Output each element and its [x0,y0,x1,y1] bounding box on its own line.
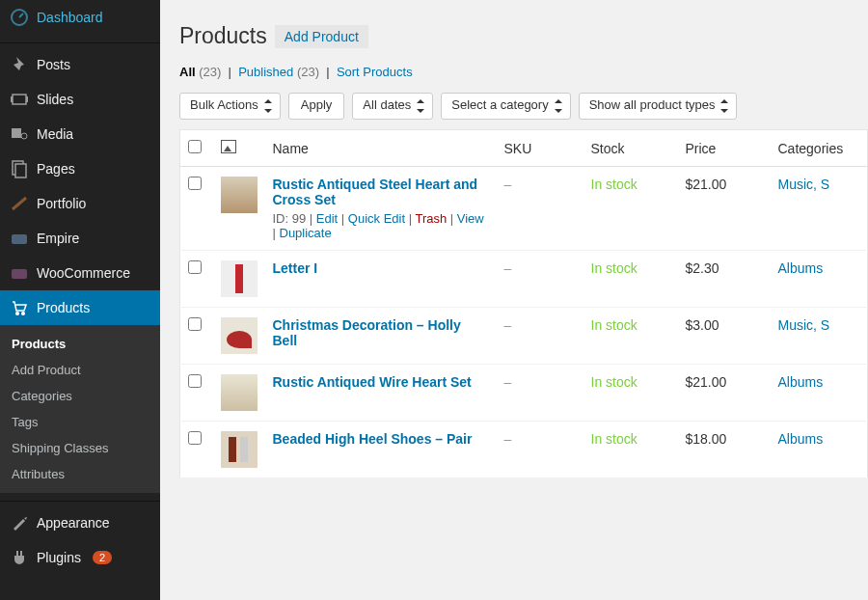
row-checkbox[interactable] [188,177,202,190]
menu-label: Empire [37,231,79,246]
table-row: Rustic Antiqued Wire Heart Set–In stock$… [180,365,868,422]
filter-published-count: (23) [297,65,319,79]
product-thumbnail[interactable] [221,431,258,468]
appearance-icon [10,513,29,532]
product-name-link[interactable]: Letter I [273,260,318,276]
svg-rect-8 [12,269,27,279]
row-checkbox[interactable] [188,374,202,388]
filter-bar: Bulk Actions Apply All dates Select a ca… [179,93,868,120]
update-badge: 2 [93,551,112,564]
woo-icon [10,263,29,283]
trash-link[interactable]: Trash [415,211,447,226]
table-row: Letter I–In stock$2.30Albums [180,251,868,308]
table-row: Beaded High Heel Shoes – Pair–In stock$1… [180,422,868,478]
col-name[interactable]: Name [265,130,497,167]
category-links[interactable]: Albums [778,431,824,447]
submenu-categories[interactable]: Categories [0,383,160,409]
add-product-button[interactable]: Add Product [275,25,368,48]
menu-label: Products [37,300,90,315]
sku-value: – [504,317,512,333]
svg-rect-6 [15,164,26,177]
menu-label: Plugins [37,550,81,565]
product-thumbnail[interactable] [221,177,258,213]
menu-item-empire[interactable]: Empire [0,221,160,256]
category-links[interactable]: Albums [778,374,824,390]
svg-rect-7 [12,234,27,244]
submenu-products[interactable]: Products [0,331,160,357]
menu-item-posts[interactable]: Posts [0,47,160,82]
menu-item-dashboard[interactable]: Dashboard [0,0,160,35]
category-links[interactable]: Music, S [778,177,830,192]
category-links[interactable]: Music, S [778,317,830,333]
edit-link[interactable]: Edit [316,211,338,226]
product-name-link[interactable]: Beaded High Heel Shoes – Pair [273,431,473,447]
menu-label: Appearance [37,515,110,531]
price-value: $18.00 [686,431,727,447]
menu-item-pages[interactable]: Pages [0,151,160,186]
price-value: $2.30 [686,260,719,276]
product-thumbnail[interactable] [221,260,258,297]
pin-icon [10,55,29,74]
menu-item-woocommerce[interactable]: WooCommerce [0,256,160,290]
menu-label: WooCommerce [37,265,130,281]
admin-sidebar: DashboardPostsSlidesMediaPagesPortfolioE… [0,0,160,600]
menu-label: Dashboard [37,10,103,25]
category-filter-select[interactable]: Select a category [441,93,570,120]
view-link[interactable]: View [457,211,484,226]
empire-icon [10,229,29,248]
select-all-checkbox[interactable] [188,140,202,153]
menu-item-slides[interactable]: Slides [0,82,160,117]
col-stock[interactable]: Stock [583,130,678,167]
stock-status: In stock [591,431,637,447]
image-column-icon [221,140,236,153]
row-actions: ID: 99 | Edit | Quick Edit | Trash | Vie… [273,211,489,240]
submenu-attributes[interactable]: Attributes [0,461,160,487]
product-name-link[interactable]: Christmas Decoration – Holly Bell [273,317,461,348]
filter-published[interactable]: Published [238,65,293,79]
price-value: $21.00 [686,177,727,192]
sku-value: – [504,374,512,390]
product-type-filter-select[interactable]: Show all product types [579,93,738,120]
submenu-add-product[interactable]: Add Product [0,357,160,383]
sku-value: – [504,260,512,276]
product-thumbnail[interactable] [221,374,258,411]
svg-point-10 [22,313,25,315]
apply-button[interactable]: Apply [288,93,345,120]
table-row: Christmas Decoration – Holly Bell–In sto… [180,308,868,365]
col-sku[interactable]: SKU [497,130,583,167]
stock-status: In stock [591,374,637,390]
svg-rect-1 [13,95,26,104]
bulk-actions-select[interactable]: Bulk Actions [179,93,281,120]
quick-edit-link[interactable]: Quick Edit [348,211,405,226]
table-row: Rustic Antiqued Steel Heart and Cross Se… [180,167,868,251]
menu-item-plugins[interactable]: Plugins2 [0,540,160,575]
plugins-icon [10,548,29,567]
menu-item-media[interactable]: Media [0,117,160,151]
col-price[interactable]: Price [678,130,771,167]
row-checkbox[interactable] [188,260,202,274]
main-content: Products Add Product All (23) | Publishe… [160,0,868,600]
filter-all[interactable]: All [179,65,196,79]
page-title: Products [179,23,267,49]
date-filter-select[interactable]: All dates [352,93,433,120]
category-links[interactable]: Albums [778,260,824,276]
sku-value: – [504,431,512,447]
duplicate-link[interactable]: Duplicate [280,226,332,240]
col-categories[interactable]: Categories [771,130,868,167]
sort-products-link[interactable]: Sort Products [337,65,413,79]
product-thumbnail[interactable] [221,317,258,354]
menu-label: Media [37,126,73,142]
svg-rect-3 [26,96,28,102]
row-checkbox[interactable] [188,317,202,331]
submenu-tags[interactable]: Tags [0,409,160,435]
product-name-link[interactable]: Rustic Antiqued Wire Heart Set [273,374,472,390]
menu-item-appearance[interactable]: Appearance [0,505,160,540]
products-table: Name SKU Stock Price Categories Rustic A… [179,129,868,478]
product-name-link[interactable]: Rustic Antiqued Steel Heart and Cross Se… [273,177,478,207]
slides-icon [10,90,29,109]
menu-label: Pages [37,161,75,177]
menu-item-products[interactable]: Products [0,290,160,325]
row-checkbox[interactable] [188,431,202,445]
menu-item-portfolio[interactable]: Portfolio [0,186,160,221]
submenu-shipping-classes[interactable]: Shipping Classes [0,435,160,461]
